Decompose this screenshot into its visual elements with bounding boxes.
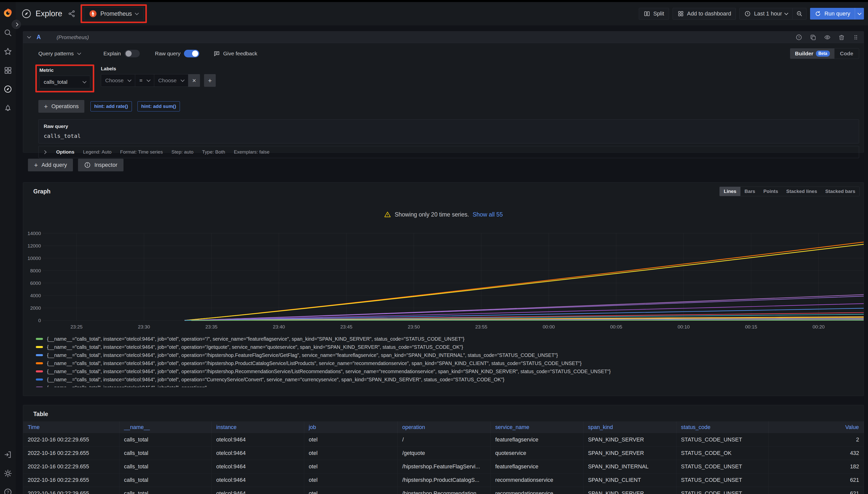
table-cell: 182: [768, 460, 864, 473]
legend-swatch: [36, 387, 43, 387]
share-icon[interactable]: [68, 10, 75, 18]
legend-item[interactable]: {__name__="calls_total", instance="otelc…: [36, 384, 859, 387]
code-tab[interactable]: Code: [834, 49, 859, 59]
table-cell: SPAN_KIND_SERVER: [583, 446, 676, 460]
add-to-dashboard-label: Add to dashboard: [687, 11, 731, 17]
raw-query-toggle[interactable]: [184, 50, 199, 57]
time-range-picker[interactable]: Last 1 hour: [739, 8, 793, 20]
legend-label: {__name__="calls_total", instance="otelc…: [47, 336, 465, 342]
duplicate-query-icon[interactable]: [810, 34, 816, 41]
chevron-down-icon: [181, 78, 185, 82]
remove-label-button[interactable]: ×: [188, 74, 200, 87]
sign-in-icon[interactable]: [0, 445, 16, 464]
graph-mode-stacked-lines[interactable]: Stacked lines: [782, 187, 821, 196]
query-patterns-dropdown[interactable]: Query patterns: [38, 51, 80, 57]
settings-gear-icon[interactable]: [0, 464, 16, 483]
legend-item[interactable]: {__name__="calls_total", instance="otelc…: [36, 351, 859, 359]
table-row[interactable]: 2022-10-16 00:22:29.655calls_totalotelco…: [23, 460, 864, 473]
graph-mode-stacked-bars[interactable]: Stacked bars: [821, 187, 860, 196]
label-value-select[interactable]: Choose: [154, 74, 188, 87]
add-label-button[interactable]: +: [204, 74, 216, 87]
table-cell: /hipstershop.Recommendation...: [398, 487, 491, 494]
table-column-header-time[interactable]: Time: [23, 421, 120, 433]
grafana-logo[interactable]: [0, 2, 16, 23]
label-operator-select[interactable]: =: [135, 74, 154, 87]
apps-icon[interactable]: [0, 61, 16, 80]
svg-text:23:25: 23:25: [70, 324, 83, 329]
table-column-header-name[interactable]: __name__: [120, 421, 212, 433]
add-query-button[interactable]: + Add query: [28, 159, 73, 171]
table-cell: otel: [304, 487, 398, 494]
plus-icon: +: [34, 161, 38, 169]
table-row[interactable]: 2022-10-16 00:22:29.655calls_totalotelco…: [23, 487, 864, 494]
svg-text:2000: 2000: [30, 305, 41, 311]
builder-tab[interactable]: Builder Beta: [790, 49, 834, 59]
table-column-header-statuscode[interactable]: status_code: [676, 421, 768, 433]
add-operation-button[interactable]: + Operations: [38, 100, 84, 113]
table-row[interactable]: 2022-10-16 00:22:29.655calls_totalotelco…: [23, 446, 864, 460]
run-query-dropdown[interactable]: [855, 8, 864, 20]
legend-swatch: [36, 379, 43, 381]
legend-item[interactable]: {__name__="calls_total", instance="otelc…: [36, 367, 859, 376]
add-query-label: Add query: [41, 162, 67, 168]
query-row-header[interactable]: A (Prometheus) ?: [23, 32, 864, 43]
add-to-dashboard-button[interactable]: Add to dashboard: [673, 8, 736, 20]
table-cell: featureflagservice: [491, 460, 583, 473]
table-cell: recommendationservice: [491, 487, 583, 494]
svg-text:23:30: 23:30: [138, 324, 150, 329]
expand-sidebar-button[interactable]: [12, 20, 21, 29]
metric-select[interactable]: calls_total: [39, 76, 90, 88]
legend-label: {__name__="calls_total", instance="otelc…: [47, 377, 504, 383]
show-all-series-link[interactable]: Show all 55: [473, 211, 503, 218]
table-row[interactable]: 2022-10-16 00:22:29.655calls_totalotelco…: [23, 433, 864, 446]
comment-icon: [214, 50, 220, 57]
table-column-header-operation[interactable]: operation: [398, 421, 491, 433]
time-series-chart[interactable]: 0200040006000800010000120001400023:2523:…: [23, 227, 864, 332]
table-column-header-value[interactable]: Value: [768, 421, 864, 433]
legend-item[interactable]: {__name__="calls_total", instance="otelc…: [36, 343, 859, 351]
explore-compass-icon: [21, 8, 32, 19]
query-option-summary: Step: auto: [171, 149, 194, 155]
split-button[interactable]: Split: [639, 8, 669, 20]
chevron-down-icon: [146, 78, 150, 82]
table-row[interactable]: 2022-10-16 00:22:29.655calls_totalotelco…: [23, 473, 864, 487]
graph-mode-lines[interactable]: Lines: [720, 187, 740, 196]
label-key-select[interactable]: Choose: [101, 74, 135, 87]
legend-item[interactable]: {__name__="calls_total", instance="otelc…: [36, 359, 859, 367]
drag-handle-icon[interactable]: [852, 34, 859, 41]
run-query-button[interactable]: Run query: [810, 8, 855, 20]
inspector-button[interactable]: Inspector: [78, 159, 124, 171]
graph-mode-bars[interactable]: Bars: [740, 187, 759, 196]
alerting-bell-icon[interactable]: [0, 98, 16, 117]
query-hint-button[interactable]: hint: add rate(): [90, 101, 132, 111]
query-options-collapsible[interactable]: Options Legend: AutoFormat: Time seriesS…: [38, 146, 859, 158]
legend-item[interactable]: {__name__="calls_total", instance="otelc…: [36, 376, 859, 384]
table-cell: /getquote: [398, 446, 491, 460]
help-icon[interactable]: ?: [0, 483, 16, 494]
legend-item[interactable]: {__name__="calls_total", instance="otelc…: [36, 335, 859, 343]
delete-query-trash-icon[interactable]: [838, 34, 845, 41]
run-query-label: Run query: [824, 11, 850, 17]
query-help-icon[interactable]: ?: [796, 34, 802, 41]
table-cell: quoteservice: [491, 446, 583, 460]
dashboard-grid-icon: [677, 11, 684, 17]
give-feedback-button[interactable]: Give feedback: [214, 50, 257, 57]
starred-icon[interactable]: [0, 42, 16, 61]
collapse-query-icon[interactable]: [27, 35, 31, 39]
graph-mode-switch: LinesBarsPointsStacked linesStacked bars: [719, 187, 860, 196]
table-column-header-servicename[interactable]: service_name: [491, 421, 583, 433]
table-cell: STATUS_CODE_UNSET: [676, 433, 768, 446]
hide-query-eye-icon[interactable]: [824, 34, 831, 41]
table-column-header-instance[interactable]: instance: [212, 421, 304, 433]
graph-mode-points[interactable]: Points: [759, 187, 782, 196]
zoom-out-button[interactable]: [793, 8, 807, 20]
explain-toggle[interactable]: [125, 50, 140, 57]
table-column-header-spankind[interactable]: span_kind: [583, 421, 676, 433]
legend-swatch: [36, 338, 43, 340]
datasource-picker[interactable]: Prometheus: [84, 7, 144, 20]
legend-swatch: [36, 354, 43, 356]
explore-icon[interactable]: [0, 80, 16, 98]
query-hint-button[interactable]: hint: add sum(): [138, 101, 180, 111]
table-column-header-job[interactable]: job: [304, 421, 398, 433]
chevron-down-icon: [83, 79, 87, 83]
